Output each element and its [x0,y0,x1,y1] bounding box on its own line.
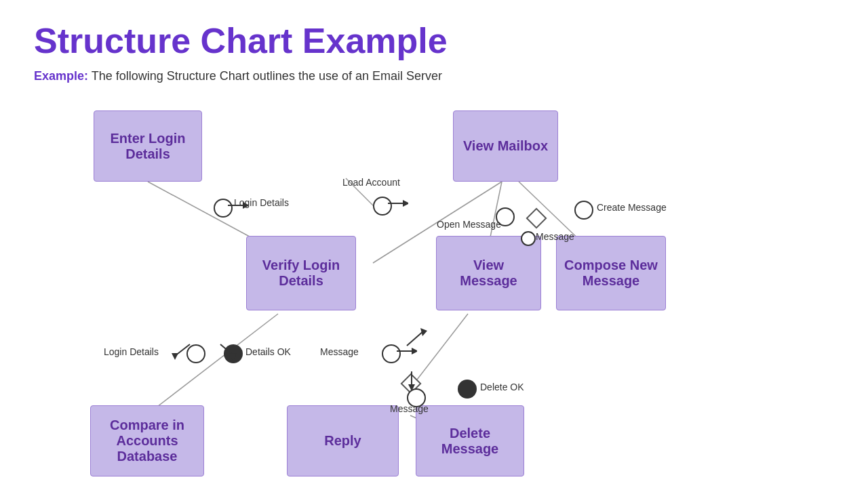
subtitle-text: The following Structure Chart outlines t… [92,69,442,83]
subtitle-label: Example: [34,69,88,83]
svg-marker-22 [408,384,415,391]
login-details-arrow-down [163,341,197,361]
svg-marker-16 [172,353,178,360]
delete-ok-circle [458,380,477,399]
message-label-connector: Message [536,231,574,242]
subtitle: Example: The following Structure Chart o… [34,69,834,83]
delete-ok-label: Delete OK [480,382,524,392]
page: Structure Chart Example Example: The fol… [0,0,868,488]
page-title: Structure Chart Example [34,20,834,61]
create-message-circle [574,201,593,220]
details-ok-arrow [214,341,248,361]
svg-marker-18 [229,353,237,360]
details-ok-label: Details OK [245,346,291,357]
enter-login-box: Enter Login Details [94,110,202,182]
verify-login-box: Verify Login Details [246,236,356,310]
svg-line-5 [146,314,278,415]
load-account-arrow [368,193,408,214]
svg-marker-12 [403,200,408,207]
open-message-label: Open Message [437,219,501,230]
message-label-2: Message [320,346,359,357]
message-arrow-up [403,325,437,349]
view-mailbox-box: View Mailbox [453,110,558,182]
load-account-label: Load Account [342,177,400,188]
chart-area: Enter Login Details View Mailbox Verify … [34,97,834,488]
reply-box: Reply [287,405,399,476]
svg-marker-20 [420,328,427,336]
compare-accounts-box: Compare in Accounts Database [90,405,204,476]
open-message-circle-small [521,231,536,246]
login-details-label-1: Login Details [234,197,289,208]
delete-message-box: Delete Message [416,405,524,476]
svg-line-19 [407,331,424,346]
create-message-label: Create Message [597,202,667,213]
view-message-box: View Message [436,236,541,310]
login-details-label-2: Login Details [104,346,159,357]
view-mailbox-diamond [526,207,547,228]
compose-new-box: Compose New Message [556,236,666,310]
message-arrow-down [405,368,425,470]
